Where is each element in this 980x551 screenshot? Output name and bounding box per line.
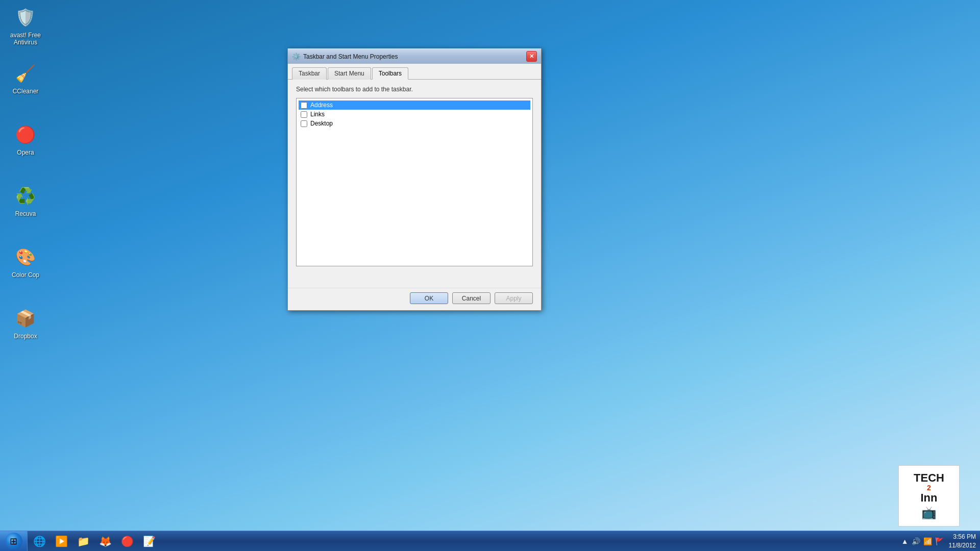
notepad-icon: 📝 — [143, 535, 156, 547]
explorer-icon: 📁 — [77, 535, 90, 547]
desktop-icon-colorcop[interactable]: 🎨 Color Cop — [5, 245, 46, 279]
taskbar-properties-dialog: ⚙️ Taskbar and Start Menu Properties ✕ T… — [287, 48, 542, 311]
tray-action-center-icon[interactable]: 🚩 — [935, 537, 944, 545]
opera-label: Opera — [17, 149, 34, 156]
tray-icons: ▲ 🔊 📶 🚩 — [901, 537, 944, 545]
dialog-description: Select which toolbars to add to the task… — [296, 86, 533, 93]
clock[interactable]: 3:56 PM 11/8/2012 — [949, 533, 976, 550]
tab-toolbars[interactable]: Toolbars — [372, 67, 408, 80]
watermark-text-inn: Inn — [921, 492, 938, 504]
tray-expand-icon[interactable]: ▲ — [901, 537, 909, 545]
desktop-label: Desktop — [310, 120, 333, 127]
dropbox-label: Dropbox — [14, 333, 37, 340]
toolbar-listbox[interactable]: Address Links Desktop — [296, 98, 533, 266]
ccleaner-icon: 🧹 — [13, 61, 38, 86]
desktop-checkbox[interactable] — [301, 120, 307, 127]
desktop-icon-avast[interactable]: 🛡️ avast! Free Antivirus — [5, 5, 46, 46]
dialog-buttons: OK Cancel Apply — [288, 288, 541, 310]
desktop: 🛡️ avast! Free Antivirus 🧹 CCleaner 🔴 Op… — [0, 0, 980, 551]
address-label: Address — [310, 102, 333, 109]
ccleaner-label: CCleaner — [13, 88, 39, 95]
apply-button[interactable]: Apply — [495, 292, 533, 304]
dialog-spacer — [288, 272, 541, 288]
taskbar: ⊞ 🌐 ▶️ 📁 🦊 🔴 📝 ▲ — [0, 531, 980, 551]
start-button[interactable]: ⊞ — [0, 531, 28, 552]
system-tray: ▲ 🔊 📶 🚩 3:56 PM 11/8/2012 — [897, 531, 980, 551]
address-checkbox[interactable] — [301, 102, 307, 109]
desktop-icon-ccleaner[interactable]: 🧹 CCleaner — [5, 61, 46, 95]
links-label: Links — [310, 111, 325, 118]
toolbar-item-desktop[interactable]: Desktop — [299, 119, 530, 128]
dialog-close-button[interactable]: ✕ — [526, 51, 537, 62]
taskbar-app-explorer[interactable]: 📁 — [73, 532, 94, 550]
clock-time: 3:56 PM — [949, 533, 976, 541]
dialog-content: Select which toolbars to add to the task… — [288, 80, 541, 272]
dialog-tabs: Taskbar Start Menu Toolbars — [288, 64, 541, 80]
tab-taskbar[interactable]: Taskbar — [292, 67, 327, 80]
mediaplayer-icon: ▶️ — [55, 535, 68, 547]
taskbar-app-mediaplayer[interactable]: ▶️ — [51, 532, 72, 550]
toolbar-item-links[interactable]: Links — [299, 110, 530, 119]
watermark: TECH 2 Inn 📺 — [898, 465, 960, 527]
start-orb: ⊞ — [5, 533, 22, 550]
dialog-titlebar: ⚙️ Taskbar and Start Menu Properties ✕ — [288, 48, 541, 64]
avast-icon: 🛡️ — [13, 5, 38, 30]
watermark-icon: 📺 — [921, 506, 937, 520]
recuva-label: Recuva — [15, 210, 36, 217]
colorcop-label: Color Cop — [12, 271, 39, 279]
dialog-title: Taskbar and Start Menu Properties — [303, 53, 526, 60]
watermark-text-2: 2 — [927, 484, 931, 492]
taskbar-app-firefox[interactable]: 🦊 — [95, 532, 116, 550]
colorcop-icon: 🎨 — [13, 245, 38, 269]
desktop-icon-recuva[interactable]: ♻️ Recuva — [5, 184, 46, 217]
dropbox-icon: 📦 — [13, 306, 38, 331]
ok-button[interactable]: OK — [410, 292, 448, 304]
watermark-text-tech: TECH — [914, 472, 944, 484]
tab-start-menu[interactable]: Start Menu — [328, 67, 371, 80]
desktop-icon-dropbox[interactable]: 📦 Dropbox — [5, 306, 46, 340]
dialog-title-icon: ⚙️ — [292, 53, 300, 61]
taskbar-app-ie[interactable]: 🌐 — [29, 532, 50, 550]
toolbar-item-address[interactable]: Address — [299, 101, 530, 110]
opera-taskbar-icon: 🔴 — [121, 535, 134, 547]
opera-icon: 🔴 — [13, 122, 38, 147]
clock-date: 11/8/2012 — [949, 541, 976, 550]
cancel-button[interactable]: Cancel — [452, 292, 491, 304]
avast-label: avast! Free Antivirus — [5, 32, 46, 46]
tray-sound-icon[interactable]: 🔊 — [912, 537, 920, 545]
tray-network-icon[interactable]: 📶 — [923, 537, 932, 545]
recuva-icon: ♻️ — [13, 184, 38, 208]
links-checkbox[interactable] — [301, 111, 307, 118]
taskbar-app-opera[interactable]: 🔴 — [117, 532, 138, 550]
firefox-icon: 🦊 — [99, 535, 112, 547]
desktop-icon-opera[interactable]: 🔴 Opera — [5, 122, 46, 156]
taskbar-apps: 🌐 ▶️ 📁 🦊 🔴 📝 — [28, 531, 161, 551]
taskbar-app-notepad[interactable]: 📝 — [139, 532, 160, 550]
ie-icon: 🌐 — [33, 535, 46, 547]
